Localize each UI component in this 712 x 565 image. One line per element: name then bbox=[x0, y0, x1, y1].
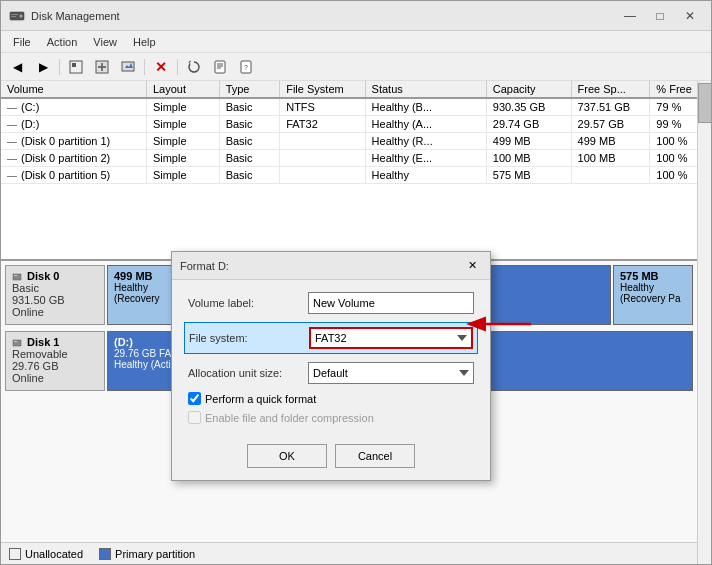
svg-rect-2 bbox=[11, 14, 18, 15]
window-controls: — □ ✕ bbox=[617, 6, 703, 26]
table-row[interactable]: —(Disk 0 partition 5) Simple Basic Healt… bbox=[1, 167, 711, 184]
cell-volume: —(Disk 0 partition 5) bbox=[1, 167, 146, 184]
toolbar-btn-1[interactable] bbox=[64, 56, 88, 78]
disk0-name: Disk 0 bbox=[12, 270, 98, 282]
col-header-volume[interactable]: Volume bbox=[1, 81, 146, 98]
toolbar-refresh-button[interactable] bbox=[182, 56, 206, 78]
disk0-status: Online bbox=[12, 306, 98, 318]
menu-view[interactable]: View bbox=[85, 34, 125, 50]
minimize-button[interactable]: — bbox=[617, 6, 643, 26]
cell-volume: —(C:) bbox=[1, 98, 146, 116]
disk0-size: 931.50 GB bbox=[12, 294, 98, 306]
cell-type: Basic bbox=[219, 116, 280, 133]
cancel-button[interactable]: Cancel bbox=[335, 444, 415, 468]
compression-checkbox[interactable] bbox=[188, 411, 201, 424]
drive-icon: — bbox=[7, 153, 17, 164]
toolbar-delete-button[interactable]: ✕ bbox=[149, 56, 173, 78]
cell-volume: —(D:) bbox=[1, 116, 146, 133]
cell-fs bbox=[280, 133, 365, 150]
quick-format-text: Perform a quick format bbox=[205, 393, 316, 405]
col-header-type[interactable]: Type bbox=[219, 81, 280, 98]
toolbar-properties-button[interactable] bbox=[208, 56, 232, 78]
legend-unallocated-label: Unallocated bbox=[25, 548, 83, 560]
ok-button[interactable]: OK bbox=[247, 444, 327, 468]
menu-file[interactable]: File bbox=[5, 34, 39, 50]
volume-label-input[interactable] bbox=[308, 292, 474, 314]
disk-icon-0 bbox=[12, 272, 22, 282]
col-header-capacity[interactable]: Capacity bbox=[486, 81, 571, 98]
file-system-select[interactable]: FAT32 NTFS FAT exFAT bbox=[309, 327, 473, 349]
disk1-type: Removable bbox=[12, 348, 98, 360]
toolbar-btn-2[interactable] bbox=[90, 56, 114, 78]
cell-layout: Simple bbox=[146, 116, 219, 133]
toolbar-back-button[interactable]: ◀ bbox=[5, 56, 29, 78]
compression-text: Enable file and folder compression bbox=[205, 412, 374, 424]
cell-fs: NTFS bbox=[280, 98, 365, 116]
toolbar: ◀ ▶ ✕ ? bbox=[1, 53, 711, 81]
close-button[interactable]: ✕ bbox=[677, 6, 703, 26]
cell-capacity: 100 MB bbox=[486, 150, 571, 167]
cell-capacity: 575 MB bbox=[486, 167, 571, 184]
table-row[interactable]: —(C:) Simple Basic NTFS Healthy (B... 93… bbox=[1, 98, 711, 116]
col-header-free[interactable]: Free Sp... bbox=[571, 81, 650, 98]
disk0-type: Basic bbox=[12, 282, 98, 294]
disk0-partition-recovery1[interactable]: 499 MB Healthy (Recovery bbox=[107, 265, 177, 325]
legend-unallocated-box bbox=[9, 548, 21, 560]
disk-icon-1 bbox=[12, 338, 22, 348]
volume-label-label: Volume label: bbox=[188, 297, 308, 309]
svg-rect-16 bbox=[13, 274, 21, 280]
cell-free: 499 MB bbox=[571, 133, 650, 150]
legend-primary-label: Primary partition bbox=[115, 548, 195, 560]
svg-rect-5 bbox=[72, 63, 76, 67]
cell-fs: FAT32 bbox=[280, 116, 365, 133]
volume-table: Volume Layout Type File System Status Ca… bbox=[1, 81, 711, 184]
toolbar-separator-1 bbox=[59, 59, 60, 75]
legend-primary-box bbox=[99, 548, 111, 560]
disk1-name: Disk 1 bbox=[12, 336, 98, 348]
col-header-layout[interactable]: Layout bbox=[146, 81, 219, 98]
svg-rect-19 bbox=[14, 341, 17, 342]
table-row[interactable]: —(Disk 0 partition 2) Simple Basic Healt… bbox=[1, 150, 711, 167]
quick-format-label[interactable]: Perform a quick format bbox=[188, 392, 474, 405]
scrollbar-thumb[interactable] bbox=[698, 83, 711, 123]
table-row[interactable]: —(D:) Simple Basic FAT32 Healthy (A... 2… bbox=[1, 116, 711, 133]
col-header-filesystem[interactable]: File System bbox=[280, 81, 365, 98]
file-system-control: FAT32 NTFS FAT exFAT bbox=[309, 327, 473, 349]
compression-row: Enable file and folder compression bbox=[188, 411, 474, 424]
cell-status: Healthy (B... bbox=[365, 98, 486, 116]
disk-management-window: Disk Management — □ ✕ File Action View H… bbox=[0, 0, 712, 565]
scrollbar[interactable] bbox=[697, 81, 711, 564]
legend-primary: Primary partition bbox=[99, 548, 195, 560]
svg-rect-17 bbox=[14, 275, 17, 276]
cell-type: Basic bbox=[219, 150, 280, 167]
maximize-button[interactable]: □ bbox=[647, 6, 673, 26]
cell-layout: Simple bbox=[146, 133, 219, 150]
toolbar-help-button[interactable]: ? bbox=[234, 56, 258, 78]
cell-fs bbox=[280, 167, 365, 184]
alloc-unit-select[interactable]: Default bbox=[308, 362, 474, 384]
menu-action[interactable]: Action bbox=[39, 34, 86, 50]
cell-free bbox=[571, 167, 650, 184]
volume-label-row: Volume label: bbox=[188, 292, 474, 314]
dialog-title-bar: Format D: ✕ bbox=[172, 252, 490, 280]
drive-icon: — bbox=[7, 102, 17, 113]
svg-text:?: ? bbox=[244, 64, 248, 71]
dialog-close-button[interactable]: ✕ bbox=[462, 257, 482, 275]
disk0-label: Disk 0 Basic 931.50 GB Online bbox=[5, 265, 105, 325]
cell-layout: Simple bbox=[146, 150, 219, 167]
quick-format-checkbox[interactable] bbox=[188, 392, 201, 405]
menu-help[interactable]: Help bbox=[125, 34, 164, 50]
cell-free: 29.57 GB bbox=[571, 116, 650, 133]
cell-layout: Simple bbox=[146, 167, 219, 184]
toolbar-forward-button[interactable]: ▶ bbox=[31, 56, 55, 78]
volume-table-area: Volume Layout Type File System Status Ca… bbox=[1, 81, 711, 261]
toolbar-btn-3[interactable] bbox=[116, 56, 140, 78]
compression-label[interactable]: Enable file and folder compression bbox=[188, 411, 474, 424]
volume-label-control bbox=[308, 292, 474, 314]
format-dialog: Format D: ✕ Volume label: File system: bbox=[171, 251, 491, 481]
window-title: Disk Management bbox=[31, 10, 120, 22]
col-header-status[interactable]: Status bbox=[365, 81, 486, 98]
disk0-partition-recovery2[interactable]: 575 MB Healthy (Recovery Pa bbox=[613, 265, 693, 325]
svg-rect-10 bbox=[215, 61, 225, 73]
table-row[interactable]: —(Disk 0 partition 1) Simple Basic Healt… bbox=[1, 133, 711, 150]
